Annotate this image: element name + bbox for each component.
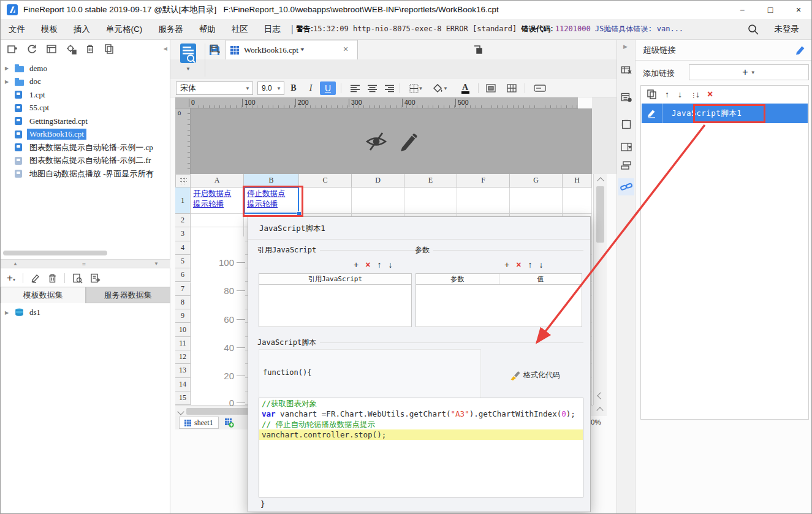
dataset-tab-服务器数据集[interactable]: 服务器数据集	[86, 287, 171, 303]
cell-E1[interactable]	[404, 187, 457, 214]
edit-dataset-icon[interactable]	[31, 273, 40, 283]
tree-item-图表数据点提示自动轮播-示例二.fr[interactable]: 图表数据点提示自动轮播-示例二.fr	[1, 154, 170, 168]
scroll-up-icon[interactable]	[597, 177, 604, 184]
cell-C1[interactable]	[299, 187, 352, 214]
menu-item-插入[interactable]: 插入	[66, 24, 98, 35]
ref-move-up-icon[interactable]: ↑	[377, 260, 381, 270]
cell-H1[interactable]	[563, 187, 592, 214]
copy-link-icon[interactable]	[647, 89, 656, 99]
unmerge-cells-button[interactable]	[504, 81, 520, 95]
move-up-icon[interactable]: ↑	[665, 89, 669, 99]
autofill-handle[interactable]	[297, 211, 302, 216]
menu-item-帮助[interactable]: 帮助	[191, 24, 224, 35]
column-header-D[interactable]: D	[352, 174, 404, 187]
template-preview-button[interactable]: ▼	[176, 43, 200, 78]
tree-item-GettingStarted.cpt[interactable]: GettingStarted.cpt	[1, 115, 170, 128]
row-header-7[interactable]: 7	[175, 282, 191, 296]
splitter-down-icon[interactable]: ▼	[154, 261, 159, 266]
menu-item-日志[interactable]: 日志	[256, 24, 289, 35]
font-size-select[interactable]: 9.0 ▼	[257, 81, 284, 95]
font-color-button[interactable]: A	[455, 81, 476, 95]
expand-arrow-icon[interactable]: ▶	[1, 79, 15, 85]
widget-settings-tool[interactable]	[618, 138, 634, 156]
param-plus-icon[interactable]: +	[504, 260, 509, 270]
panel-splitter[interactable]: ▲ = ▼	[1, 259, 170, 268]
row-header-3[interactable]: 3	[175, 227, 191, 241]
column-header-E[interactable]: E	[404, 174, 457, 187]
param-move-down-icon[interactable]: ↓	[539, 260, 543, 270]
tree-item-1.cpt[interactable]: 1.cpt	[1, 88, 170, 102]
widget-button[interactable]	[531, 81, 549, 95]
add-dataset-button[interactable]: +▾	[7, 272, 15, 284]
add-sheet-icon[interactable]	[225, 418, 234, 428]
dataset-tab-模板数据集[interactable]: 模板数据集	[1, 287, 86, 303]
row-header-14[interactable]: 14	[175, 378, 191, 391]
row-header-8[interactable]: 8	[175, 296, 191, 309]
new-worksheet-icon[interactable]	[210, 44, 220, 55]
splitter-grip-icon[interactable]: =	[82, 261, 86, 268]
cell-A2[interactable]	[191, 214, 244, 227]
row-header-11[interactable]: 11	[175, 337, 191, 350]
template-settings-icon[interactable]	[66, 43, 77, 55]
edit-pencil-icon[interactable]	[795, 45, 806, 55]
format-code-button[interactable]: 格式化代码	[510, 370, 560, 380]
row-header-4[interactable]: 4	[175, 241, 191, 255]
row-header-6[interactable]: 6	[175, 268, 191, 282]
menu-item-文件[interactable]: 文件	[1, 24, 33, 35]
maximize-button[interactable]: □	[756, 1, 784, 19]
param-move-up-icon[interactable]: ↑	[528, 260, 532, 270]
tree-item-WorkBook16.cpt[interactable]: WorkBook16.cpt	[1, 128, 170, 142]
underline-button[interactable]: U	[320, 81, 336, 95]
login-status[interactable]: 未登录	[775, 24, 800, 35]
add-link-button[interactable]: + ▼	[689, 64, 809, 80]
connection-icon[interactable]	[90, 273, 101, 284]
document-tab[interactable]: WorkBook16.cpt *	[226, 40, 358, 59]
tree-item-地图自动数据点播放 -界面显示所有[interactable]: 地图自动数据点播放 -界面显示所有	[1, 167, 170, 181]
column-header-B[interactable]: B	[244, 174, 299, 187]
param-delete-icon[interactable]: ×	[516, 260, 521, 270]
script-code-editor[interactable]: //获取图表对象var vanchart =FR.Chart.WebUtils.…	[259, 398, 583, 497]
vertical-scrollbar[interactable]	[593, 174, 607, 405]
cell-element-tool[interactable]	[618, 62, 634, 79]
preview-dataset-icon[interactable]	[72, 273, 83, 284]
ref-plus-icon[interactable]: +	[354, 260, 359, 270]
ref-delete-icon[interactable]: ×	[365, 260, 370, 270]
border-button[interactable]: ▼	[406, 81, 427, 95]
param-table[interactable]: 参数 值	[415, 273, 582, 327]
delete-link-icon[interactable]: ×	[707, 89, 713, 100]
delete-icon[interactable]	[85, 43, 95, 55]
align-center-button[interactable]	[364, 81, 380, 95]
new-report-icon[interactable]	[7, 43, 18, 55]
refresh-icon[interactable]	[26, 43, 37, 55]
expand-panel-icon[interactable]: ▶	[623, 43, 628, 50]
menu-item-服务器[interactable]: 服务器	[150, 24, 191, 35]
tab-close-icon[interactable]: ×	[343, 44, 348, 54]
menu-item-单元格(C)[interactable]: 单元格(C)	[98, 24, 150, 35]
move-down-icon[interactable]: ↓	[678, 89, 682, 99]
italic-button[interactable]: I	[303, 81, 319, 95]
tree-item-图表数据点提示自动轮播-示例一.cp[interactable]: 图表数据点提示自动轮播-示例一.cp	[1, 141, 170, 154]
row-header-13[interactable]: 13	[175, 364, 191, 377]
delete-dataset-icon[interactable]	[48, 273, 57, 283]
hyperlink-tool[interactable]	[618, 178, 634, 195]
expand-arrow-icon[interactable]: ▶	[1, 66, 15, 71]
copy-file-icon[interactable]	[104, 43, 115, 55]
row-header-5[interactable]: 5	[175, 255, 191, 268]
row-header-1[interactable]: 1	[175, 187, 191, 214]
ref-js-table[interactable]: 引用JavaScript	[259, 273, 412, 327]
code-line-3[interactable]: // 停止自动轮循播放数据点提示	[259, 419, 583, 429]
vscroll-thumb[interactable]	[596, 186, 604, 243]
close-button[interactable]: ×	[784, 1, 812, 19]
cell-G1[interactable]	[510, 187, 563, 214]
collapse-panel-icon[interactable]: ◀	[164, 46, 167, 51]
column-header-F[interactable]: F	[457, 174, 510, 187]
tree-scrollbar[interactable]	[3, 251, 107, 255]
scroll-down-icon[interactable]	[597, 392, 604, 399]
tab-list-icon[interactable]	[473, 45, 483, 55]
condition-attribute-tool[interactable]	[618, 157, 634, 174]
row-header-12[interactable]: 12	[175, 350, 191, 364]
chart-area[interactable]: 100806040200	[191, 236, 245, 405]
header-canvas[interactable]	[191, 108, 592, 174]
tree-item-doc[interactable]: ▶doc	[1, 75, 170, 89]
dataset-row-ds1[interactable]: ▶ ds1	[1, 306, 170, 319]
